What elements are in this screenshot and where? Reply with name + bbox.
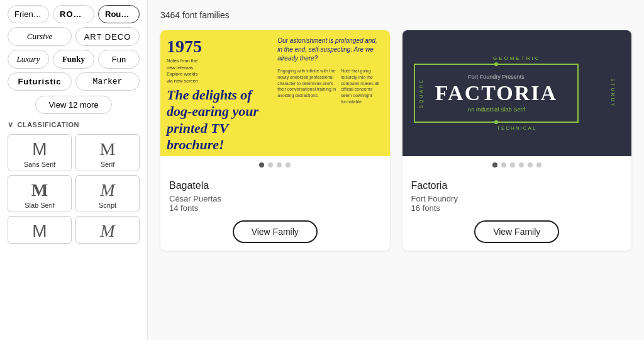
bagatela-year: 1975: [167, 37, 272, 57]
bagatela-name: Bagatela: [169, 180, 381, 191]
tag-row-2: Cursive ART DECO: [8, 27, 140, 46]
font-cards-grid: 1975 Notes from the new telemas Explore …: [160, 30, 631, 251]
class-label-sans: Sans Serif: [24, 161, 56, 168]
class-letter-more1: M: [32, 222, 47, 241]
factoria-geo: GEOMETRIC: [414, 55, 620, 61]
factoria-font-name: Factoria: [411, 180, 623, 191]
font-card-bagatela: 1975 Notes from the new telemas Explore …: [160, 30, 390, 251]
bagatela-quote: Our astonishment is prolonged and, in th…: [277, 37, 383, 63]
bagatela-note: Notes from the new telemas Explore world…: [167, 58, 272, 84]
tag-rounded[interactable]: Rounded: [98, 5, 140, 23]
tag-luxury[interactable]: Luxury: [8, 50, 49, 69]
factoria-side-right: STURDY: [611, 79, 615, 108]
class-more-1[interactable]: M: [8, 216, 72, 244]
bagatela-info: Bagatela César Puertas 14 fonts View Fam…: [160, 173, 390, 251]
tag-friendly[interactable]: Friendly: [8, 5, 49, 23]
main-content: 3464 font families 1975 Notes from the n…: [148, 0, 644, 340]
tag-artdeco[interactable]: ART DECO: [75, 27, 140, 46]
class-letter-more2: M: [100, 222, 114, 241]
factoria-dots: [402, 156, 632, 173]
class-letter-sans: M: [32, 140, 47, 159]
classification-grid-2: M M: [8, 216, 140, 244]
bagatela-author: César Puertas: [169, 194, 381, 203]
class-label-script: Script: [99, 201, 116, 209]
class-letter-serif: M: [100, 140, 116, 159]
fdot-6: [536, 162, 541, 167]
fdot-1: [492, 162, 497, 167]
view-more-button[interactable]: View 12 more: [35, 96, 111, 114]
tag-futuristic[interactable]: Futuristic: [8, 72, 72, 91]
factoria-technical: TECHNICAL: [414, 125, 620, 131]
factoria-name-text: FACTORIA: [430, 81, 562, 105]
dot-3: [277, 162, 282, 167]
factoria-presents: Fort Foundry Presents: [430, 74, 562, 80]
dot-4: [286, 162, 291, 167]
font-card-factoria: SQUARE STURDY GEOMETRIC Fort Foundry Pre…: [402, 30, 632, 251]
factoria-center: GEOMETRIC Fort Foundry Presents FACTORIA…: [414, 55, 620, 131]
sidebar: Friendly ROUGH Rounded Cursive ART DECO …: [0, 0, 148, 340]
bagatela-left-col: 1975 Notes from the new telemas Explore …: [167, 37, 272, 150]
factoria-preview: SQUARE STURDY GEOMETRIC Fort Foundry Pre…: [402, 30, 632, 156]
tag-funky[interactable]: Funky: [53, 50, 94, 69]
factoria-view-family-button[interactable]: View Family: [474, 220, 559, 243]
factoria-author: Fort Foundry: [411, 194, 623, 203]
tag-marker[interactable]: Marker: [75, 72, 140, 91]
dot-2: [268, 162, 273, 167]
factoria-box: Fort Foundry Presents FACTORIA An Indust…: [414, 64, 579, 123]
bagatela-col2: Note that going leisurely into the compu…: [341, 68, 383, 105]
class-letter-slab: M: [31, 181, 48, 200]
class-label-slab: Slab Serif: [25, 201, 55, 209]
bagatela-view-family-button[interactable]: View Family: [233, 220, 318, 243]
class-script[interactable]: M Script: [75, 175, 140, 212]
classification-grid: M Sans Serif M Serif M Slab Serif M Scri…: [8, 134, 140, 212]
tag-cursive[interactable]: Cursive: [8, 27, 72, 46]
fdot-2: [501, 162, 506, 167]
class-sans-serif[interactable]: M Sans Serif: [8, 134, 72, 171]
bagatela-main-text: The delights of dog-earing your printed …: [167, 87, 272, 154]
factoria-info: Factoria Fort Foundry 16 fonts View Fami…: [402, 173, 632, 251]
fdot-3: [510, 162, 515, 167]
bagatela-right-col: Our astonishment is prolonged and, in th…: [277, 37, 383, 150]
tag-row-1: Friendly ROUGH Rounded: [8, 5, 140, 23]
tag-rough[interactable]: ROUGH: [53, 5, 94, 23]
classification-heading: CLASSIFICATION: [8, 120, 140, 129]
factoria-sub: An Industrial Slab Serif: [430, 106, 562, 113]
tag-row-3: Luxury Funky Fun: [8, 50, 140, 69]
fdot-4: [519, 162, 524, 167]
bagatela-col1: Engaging with infinite with the newly en…: [277, 68, 338, 105]
fdot-5: [528, 162, 533, 167]
tag-fun[interactable]: Fun: [98, 50, 140, 69]
result-count: 3464 font families: [160, 10, 631, 20]
bagatela-dots: [160, 156, 390, 173]
tag-row-4: Futuristic Marker: [8, 72, 140, 91]
bagatela-count: 14 fonts: [169, 203, 381, 213]
class-letter-script: M: [100, 181, 114, 200]
factoria-count: 16 fonts: [411, 203, 623, 213]
class-more-2[interactable]: M: [75, 216, 140, 244]
class-slab-serif[interactable]: M Slab Serif: [8, 175, 72, 212]
dot-1: [259, 162, 264, 167]
class-serif[interactable]: M Serif: [75, 134, 140, 171]
class-label-serif: Serif: [101, 161, 115, 168]
bagatela-preview: 1975 Notes from the new telemas Explore …: [160, 30, 390, 156]
